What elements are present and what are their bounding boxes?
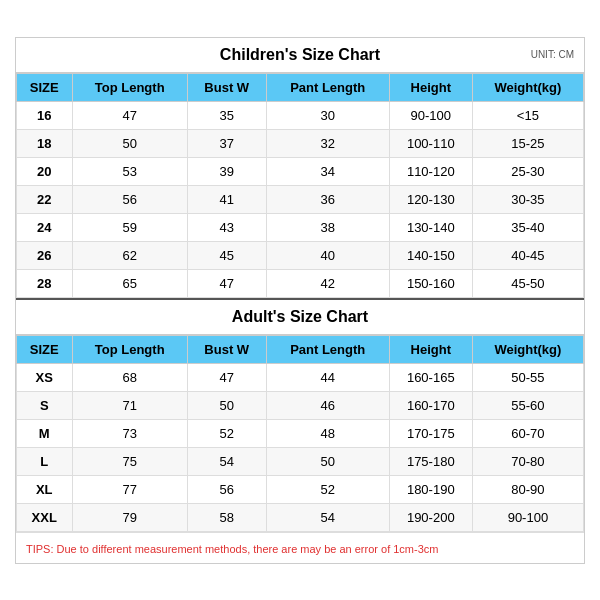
table-cell: 30 <box>266 101 389 129</box>
col-header-top-length: Top Length <box>72 73 187 101</box>
childrens-header-row: SIZE Top Length Bust W Pant Length Heigh… <box>17 73 584 101</box>
table-cell: 59 <box>72 213 187 241</box>
table-cell: 50 <box>187 391 266 419</box>
table-cell: <15 <box>472 101 583 129</box>
table-row: 22564136120-13030-35 <box>17 185 584 213</box>
table-cell: 32 <box>266 129 389 157</box>
table-row: 18503732100-11015-25 <box>17 129 584 157</box>
table-cell: 38 <box>266 213 389 241</box>
table-cell: 50 <box>72 129 187 157</box>
col-header-pant-length: Pant Length <box>266 73 389 101</box>
table-cell: 30-35 <box>472 185 583 213</box>
table-row: M735248170-17560-70 <box>17 419 584 447</box>
adult-col-header-height: Height <box>389 335 472 363</box>
childrens-title-row: Children's Size Chart UNIT: CM <box>16 38 584 73</box>
table-cell: 130-140 <box>389 213 472 241</box>
table-cell: 68 <box>72 363 187 391</box>
table-cell: 80-90 <box>472 475 583 503</box>
col-header-bust-w: Bust W <box>187 73 266 101</box>
table-cell: 46 <box>266 391 389 419</box>
table-row: 28654742150-16045-50 <box>17 269 584 297</box>
table-cell: 37 <box>187 129 266 157</box>
table-cell: 79 <box>72 503 187 531</box>
table-cell: 55-60 <box>472 391 583 419</box>
table-cell: 34 <box>266 157 389 185</box>
table-row: S715046160-17055-60 <box>17 391 584 419</box>
table-cell: 150-160 <box>389 269 472 297</box>
table-cell: 100-110 <box>389 129 472 157</box>
table-cell: 73 <box>72 419 187 447</box>
table-cell: 170-175 <box>389 419 472 447</box>
table-cell: 22 <box>17 185 73 213</box>
table-cell: 75 <box>72 447 187 475</box>
tips-row: TIPS: Due to different measurement metho… <box>16 532 584 563</box>
table-cell: 26 <box>17 241 73 269</box>
table-cell: 40-45 <box>472 241 583 269</box>
table-cell: 41 <box>187 185 266 213</box>
table-cell: 58 <box>187 503 266 531</box>
table-cell: 47 <box>187 269 266 297</box>
table-cell: 45-50 <box>472 269 583 297</box>
table-cell: 120-130 <box>389 185 472 213</box>
adult-col-header-top-length: Top Length <box>72 335 187 363</box>
table-cell: 52 <box>266 475 389 503</box>
table-cell: 25-30 <box>472 157 583 185</box>
table-cell: 39 <box>187 157 266 185</box>
table-cell: 70-80 <box>472 447 583 475</box>
table-cell: 42 <box>266 269 389 297</box>
table-cell: 62 <box>72 241 187 269</box>
adults-section: Adult's Size Chart SIZE Top Length Bust … <box>16 298 584 532</box>
table-cell: S <box>17 391 73 419</box>
childrens-section: Children's Size Chart UNIT: CM SIZE Top … <box>16 38 584 298</box>
adult-col-header-bust-w: Bust W <box>187 335 266 363</box>
table-row: L755450175-18070-80 <box>17 447 584 475</box>
table-cell: 65 <box>72 269 187 297</box>
table-cell: 60-70 <box>472 419 583 447</box>
tips-text: TIPS: Due to different measurement metho… <box>26 543 438 555</box>
table-cell: XXL <box>17 503 73 531</box>
table-row: 24594338130-14035-40 <box>17 213 584 241</box>
table-cell: 190-200 <box>389 503 472 531</box>
table-row: XXL795854190-20090-100 <box>17 503 584 531</box>
table-cell: 44 <box>266 363 389 391</box>
table-cell: 18 <box>17 129 73 157</box>
col-header-size: SIZE <box>17 73 73 101</box>
table-row: XL775652180-19080-90 <box>17 475 584 503</box>
table-cell: 36 <box>266 185 389 213</box>
table-row: XS684744160-16550-55 <box>17 363 584 391</box>
adult-col-header-pant-length: Pant Length <box>266 335 389 363</box>
table-row: 1647353090-100<15 <box>17 101 584 129</box>
table-cell: L <box>17 447 73 475</box>
table-cell: 175-180 <box>389 447 472 475</box>
table-cell: 35 <box>187 101 266 129</box>
table-cell: 15-25 <box>472 129 583 157</box>
table-cell: 180-190 <box>389 475 472 503</box>
table-cell: 45 <box>187 241 266 269</box>
col-header-weight: Weight(kg) <box>472 73 583 101</box>
table-cell: 28 <box>17 269 73 297</box>
adults-header-row: SIZE Top Length Bust W Pant Length Heigh… <box>17 335 584 363</box>
col-header-height: Height <box>389 73 472 101</box>
size-chart-container: Children's Size Chart UNIT: CM SIZE Top … <box>15 37 585 564</box>
table-cell: 140-150 <box>389 241 472 269</box>
table-cell: XL <box>17 475 73 503</box>
table-cell: 90-100 <box>472 503 583 531</box>
table-cell: 40 <box>266 241 389 269</box>
table-cell: 50-55 <box>472 363 583 391</box>
table-cell: 35-40 <box>472 213 583 241</box>
adults-title: Adult's Size Chart <box>232 308 368 326</box>
table-cell: 54 <box>187 447 266 475</box>
table-cell: 160-170 <box>389 391 472 419</box>
table-cell: 160-165 <box>389 363 472 391</box>
table-row: 26624540140-15040-45 <box>17 241 584 269</box>
table-row: 20533934110-12025-30 <box>17 157 584 185</box>
table-cell: 24 <box>17 213 73 241</box>
table-cell: 20 <box>17 157 73 185</box>
table-cell: 56 <box>187 475 266 503</box>
adults-table: SIZE Top Length Bust W Pant Length Heigh… <box>16 335 584 532</box>
table-cell: 43 <box>187 213 266 241</box>
table-cell: 56 <box>72 185 187 213</box>
table-cell: 48 <box>266 419 389 447</box>
table-cell: XS <box>17 363 73 391</box>
childrens-table: SIZE Top Length Bust W Pant Length Heigh… <box>16 73 584 298</box>
